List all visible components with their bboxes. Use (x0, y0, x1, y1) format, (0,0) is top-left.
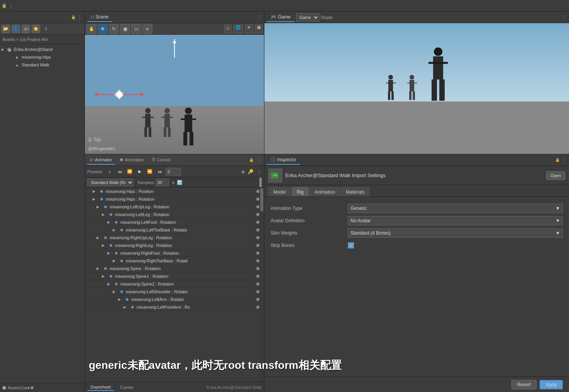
curves-tab[interactable]: Curves (117, 384, 137, 390)
svg-point-0 (145, 108, 151, 113)
anim-dot-14 (256, 290, 259, 293)
anim-item-leftleg[interactable]: ▶ ◆ mixamorig:LeftLeg : Rotation (85, 211, 264, 218)
transform-tool[interactable]: ✥ (98, 24, 108, 34)
svg-rect-6 (164, 114, 170, 127)
play-btn[interactable]: ▶ (135, 167, 144, 176)
scene-grid-dropdown[interactable]: ▦ (255, 25, 262, 33)
inspector-tabs: Model Rig Animation Materials (264, 185, 569, 197)
record-btn[interactable]: ● (105, 167, 114, 176)
goto-start-btn[interactable]: ⏮ (115, 167, 124, 176)
timeline-divider[interactable] (259, 177, 262, 187)
inspector-more-icon[interactable]: ⋮ (561, 157, 567, 163)
svg-rect-3 (144, 127, 147, 137)
scene-gizmo-dropdown[interactable]: 🌐 (234, 25, 243, 33)
anim-item-rightleg[interactable]: ▶ ◆ mixamorig:RightLeg : Rotation (85, 242, 264, 249)
diamond-icon: ◆ (241, 169, 245, 174)
anim-item-leftarm[interactable]: ▶ ◆ mixamorig:LeftArm : Rotatio (85, 296, 264, 303)
game-more-icon[interactable]: ⋮ (562, 15, 567, 20)
game-char-1 (386, 74, 396, 101)
inspector-title: Erika Archer@Standard Walk Import Settin… (285, 172, 543, 178)
anim-item-hips-rot[interactable]: ▶ ◆ mixamorig:Hips : Rotation (85, 195, 264, 203)
inspector-tab-bar: ⓘ Inspector 🔒 ⋮ (264, 154, 569, 166)
animation-tab[interactable]: ◉ Animation (117, 155, 147, 165)
anim-more-icon[interactable]: ⋮ (257, 169, 262, 174)
scale-tool[interactable]: ▣ (120, 24, 130, 34)
character-group (142, 108, 196, 146)
next-frame-btn[interactable]: ⏩ (146, 167, 154, 176)
anim-dot-2 (256, 198, 259, 201)
anim-item-lefttoebase[interactable]: ▶ ◆ mixamorig:LeftToeBase : Rotatio (85, 226, 264, 234)
scene-more-icon[interactable]: ⋮ (257, 15, 262, 20)
game-dropdown[interactable]: Game (296, 13, 319, 22)
anim-item-leftshoulder[interactable]: ▶ ◆ mixamorig:LeftShoulder : Rotatio (85, 288, 264, 296)
avatar-definition-dropdown[interactable]: No Avatar ▼ (348, 216, 563, 225)
anim-item-rightfoot[interactable]: ▶ ◆ mixamorig:RightFoot : Rotation (85, 249, 264, 257)
anim-item-rightupleg[interactable]: ▶ ◆ mixamorig:RightUpLeg : Rotation (85, 234, 264, 242)
scene-tab[interactable]: □ Scene (87, 13, 112, 22)
star-icon-btn[interactable]: ⭐ (32, 25, 40, 33)
transform2-tool[interactable]: ⊕ (142, 24, 152, 34)
strip-bones-checkbox[interactable]: ✓ (348, 242, 354, 248)
expand-arrow-7: ▶ (97, 236, 102, 240)
project-breadcrumb: Assets > 1st-Project-Ani (0, 35, 85, 44)
samples-input[interactable] (156, 179, 169, 186)
apply-button[interactable]: Apply (540, 380, 563, 389)
bone-icon-10: ◆ (119, 258, 124, 264)
rotate-tool[interactable]: ↻ (109, 24, 119, 34)
rig-tab[interactable]: Rig (292, 187, 309, 196)
frame-input[interactable] (166, 168, 181, 176)
bone-icon-3: ◆ (103, 204, 108, 210)
scroll-track[interactable] (259, 188, 264, 382)
tree-item-erika[interactable]: ▶ 📚 Erika Archer@Stand (0, 46, 85, 53)
scroll-thumb[interactable] (260, 188, 263, 211)
skin-weights-dropdown[interactable]: Standard (4 Bones) ▼ (348, 228, 563, 238)
anim-item-leftfoot[interactable]: ▶ ◆ mixamorig:LeftFoot : Rotation (85, 218, 264, 226)
clip-selector[interactable]: Standard Walk (Re (87, 179, 134, 186)
move-tool[interactable]: ✋ (86, 24, 97, 34)
dopesheet-tab[interactable]: Dopesheet (87, 384, 114, 391)
project-tree[interactable]: ▶ 📚 Erika Archer@Stand ◆ mixamorig:Hips … (0, 44, 85, 383)
scene-view-label: ☰ Top (88, 137, 101, 142)
anim-item-hips-pos[interactable]: ▶ ◆ mixamorig:Hips : Position (85, 188, 264, 195)
prev-frame-btn[interactable]: ⏪ (125, 167, 134, 176)
scene-view-dropdown[interactable]: △ (224, 25, 231, 33)
dropdown-arrow-1: ▼ (555, 206, 560, 211)
goto-end-btn[interactable]: ⏭ (156, 167, 164, 176)
up-arrow (174, 42, 175, 58)
folder-icon-btn[interactable]: 📂 (2, 25, 10, 33)
tag-icon-btn[interactable]: 🏷 (22, 25, 30, 33)
scene-fx-dropdown[interactable]: ☀ (245, 25, 253, 33)
anim-item-spine1[interactable]: ▶ ◆ mixamorig:Spine1 : Rotation (85, 272, 264, 280)
anim-item-leftupleg[interactable]: ▶ ◆ mixamorig:LeftUpLeg : Rotation (85, 203, 264, 211)
game-tab[interactable]: 🎮 Game (267, 13, 295, 22)
tree-item-walk[interactable]: ▲ Standard Walk (0, 61, 85, 69)
model-tab[interactable]: Model (268, 187, 291, 196)
animation-type-dropdown[interactable]: Generic ▼ (348, 204, 563, 213)
expand-arrow-8: ▶ (102, 243, 107, 247)
scene-3d-view: z (85, 35, 264, 154)
animator-tab[interactable]: ▷ Animator (87, 155, 115, 165)
anim-item-spine2[interactable]: ▶ ◆ mixamorig:Spine2 : Rotation (85, 280, 264, 288)
anim-item-righttoebase[interactable]: ▶ ◆ mixamorig:RightToeBase : Rotati (85, 257, 264, 265)
skin-weights-row: Skin Weights Standard (4 Bones) ▼ (271, 228, 563, 238)
person-icon-btn[interactable]: 👤 (12, 25, 20, 33)
svg-rect-18 (388, 91, 390, 100)
anim-dot-1 (256, 190, 259, 193)
materials-tab[interactable]: Materials (341, 187, 370, 196)
avatar-definition-label: Avatar Definition (271, 218, 348, 223)
samples-label: Samples (137, 180, 154, 185)
console-tab[interactable]: ☰ Consol (149, 155, 173, 165)
anim-item-spine[interactable]: ▶ ◆ mixamorig:Spine : Rotation (85, 265, 264, 272)
inspector-tab[interactable]: ⓘ Inspector (267, 155, 300, 165)
rect-tool[interactable]: ▭ (131, 24, 141, 34)
anim-item-leftforearm[interactable]: ▶ ◆ mixamorig:LeftForeArm : Ro (85, 303, 264, 311)
revert-button[interactable]: Revert (511, 380, 537, 389)
animation-tab-ins[interactable]: Animation (310, 187, 340, 196)
svg-rect-8 (164, 127, 166, 137)
sidebar-top-bar: 🔒 ⋮ (0, 12, 85, 23)
tree-item-hips[interactable]: ◆ mixamorig:Hips (0, 53, 85, 61)
scene-username: @|Ringleader| (88, 146, 115, 151)
open-button[interactable]: Open (546, 171, 565, 180)
char-2 (161, 108, 173, 139)
more-icon-anim[interactable]: ⋮ (257, 157, 262, 163)
